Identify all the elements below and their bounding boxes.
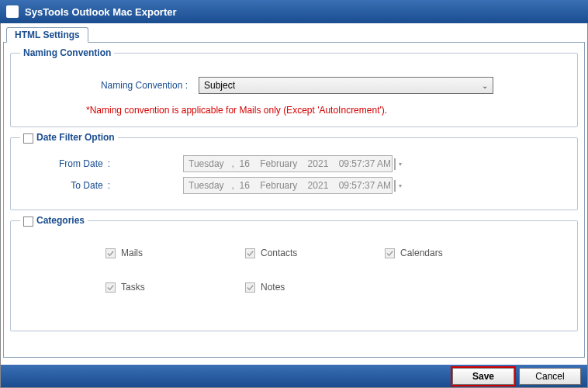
naming-note: *Naming convention is applicable for Mai… (86, 105, 568, 116)
checkbox-icon (105, 248, 116, 258)
button-label: Cancel (535, 371, 564, 382)
app-icon (6, 5, 19, 18)
tab-body: Naming Convention Naming Convention : Su… (3, 42, 585, 358)
category-notes[interactable]: Notes (245, 282, 377, 293)
checkbox-categories-enable[interactable] (23, 217, 33, 227)
group-naming-convention: Naming Convention Naming Convention : Su… (10, 47, 578, 127)
app-title: SysTools Outlook Mac Exporter (25, 6, 177, 18)
tab-html-settings[interactable]: HTML Settings (6, 27, 88, 43)
content-area: HTML Settings Naming Convention Naming C… (0, 23, 588, 365)
datepicker-from[interactable]: Tuesday , 16 February 2021 09:57:37 AM ▾ (183, 155, 393, 172)
legend-categories: Categories (20, 215, 88, 226)
checkbox-icon (385, 248, 395, 258)
checkbox-icon (245, 248, 255, 258)
select-value: Subject (204, 80, 235, 91)
datepicker-from-value: Tuesday , 16 February 2021 09:57:37 AM (189, 158, 391, 169)
categories-grid: Mails Contacts Calendars Tasks Notes (20, 234, 568, 307)
chevron-down-icon: ⌄ (482, 81, 488, 90)
calendar-icon (394, 180, 396, 192)
save-button[interactable]: Save (452, 368, 514, 385)
category-mails[interactable]: Mails (105, 248, 237, 258)
category-label: Contacts (261, 248, 297, 258)
label-naming-convention: Naming Convention : (20, 80, 199, 91)
footer-bar: Save Cancel (0, 365, 588, 388)
legend-date-filter: Date Filter Option (20, 132, 118, 143)
category-label: Notes (261, 282, 285, 293)
checkbox-date-filter-enable[interactable] (23, 133, 33, 144)
label-from-date: From Date: (20, 158, 121, 169)
title-bar: SysTools Outlook Mac Exporter (0, 0, 588, 23)
legend-text: Categories (36, 215, 85, 226)
checkbox-icon (245, 282, 255, 293)
select-naming-convention[interactable]: Subject ⌄ (199, 77, 493, 94)
group-categories: Categories Mails Contacts Calendars Tas (10, 215, 578, 331)
checkbox-icon (105, 282, 116, 293)
group-date-filter: Date Filter Option From Date: Tuesday , … (10, 132, 578, 210)
legend-text: Date Filter Option (36, 132, 115, 143)
cancel-button[interactable]: Cancel (519, 368, 581, 385)
chevron-down-icon: ▾ (399, 182, 402, 189)
category-label: Calendars (400, 248, 443, 258)
button-label: Save (472, 371, 494, 382)
chevron-down-icon: ▾ (399, 161, 402, 168)
calendar-icon (394, 158, 396, 170)
legend-naming-convention: Naming Convention (20, 47, 114, 58)
row-from-date: From Date: Tuesday , 16 February 2021 09… (20, 155, 568, 172)
category-contacts[interactable]: Contacts (245, 248, 377, 258)
datepicker-to-value: Tuesday , 16 February 2021 09:57:37 AM (189, 180, 391, 191)
category-label: Tasks (121, 282, 145, 293)
legend-text: Naming Convention (23, 47, 111, 58)
row-naming: Naming Convention : Subject ⌄ (20, 77, 568, 94)
label-to-date: To Date: (20, 180, 121, 191)
tab-strip: HTML Settings (4, 26, 584, 43)
tab-label: HTML Settings (15, 29, 80, 40)
row-to-date: To Date: Tuesday , 16 February 2021 09:5… (20, 177, 568, 194)
category-tasks[interactable]: Tasks (105, 282, 237, 293)
datepicker-to[interactable]: Tuesday , 16 February 2021 09:57:37 AM ▾ (183, 177, 393, 194)
category-label: Mails (121, 248, 143, 258)
category-calendars[interactable]: Calendars (385, 248, 517, 258)
